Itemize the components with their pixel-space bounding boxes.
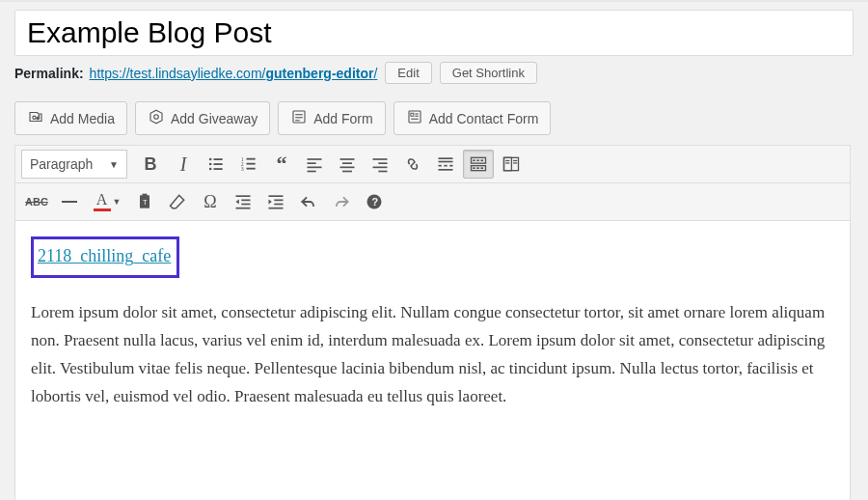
- italic-button[interactable]: I: [168, 150, 199, 179]
- inserted-link[interactable]: 2118_chilling_cafe: [38, 246, 171, 265]
- insert-link-button[interactable]: [397, 150, 428, 179]
- read-more-button[interactable]: [430, 150, 461, 179]
- italic-icon: I: [180, 153, 187, 176]
- svg-rect-46: [473, 167, 475, 169]
- edit-permalink-button[interactable]: Edit: [385, 62, 431, 84]
- svg-rect-58: [236, 195, 251, 197]
- redo-button[interactable]: [326, 187, 357, 216]
- fullscreen-icon: [502, 154, 521, 174]
- blockquote-button[interactable]: “: [266, 150, 297, 179]
- quote-icon: “: [277, 152, 287, 177]
- add-giveaway-label: Add Giveaway: [171, 111, 258, 126]
- svg-text:3: 3: [241, 166, 244, 172]
- svg-rect-65: [269, 208, 284, 209]
- svg-rect-59: [241, 200, 250, 202]
- align-right-icon: [370, 154, 390, 174]
- svg-rect-25: [308, 167, 322, 169]
- bold-button[interactable]: B: [135, 150, 166, 179]
- format-select-value: Paragraph: [30, 156, 93, 172]
- undo-button[interactable]: [293, 187, 324, 216]
- svg-rect-50: [504, 157, 512, 170]
- svg-rect-34: [378, 171, 387, 173]
- get-shortlink-button[interactable]: Get Shortlink: [440, 62, 537, 84]
- gift-icon: [148, 108, 165, 128]
- svg-rect-54: [513, 162, 517, 163]
- paste-text-button[interactable]: T: [129, 187, 160, 216]
- bullet-list-button[interactable]: [201, 150, 231, 179]
- camera-music-icon: [27, 108, 44, 128]
- post-title-wrap: [14, 10, 854, 56]
- permalink-link[interactable]: https://test.lindsayliedke.com/gutenberg…: [90, 66, 378, 81]
- svg-rect-62: [269, 195, 284, 197]
- permalink-url-suffix: /: [373, 66, 377, 81]
- svg-rect-30: [342, 171, 352, 173]
- svg-rect-38: [444, 165, 447, 167]
- svg-rect-22: [247, 168, 256, 170]
- special-character-button[interactable]: Ω: [195, 187, 226, 216]
- media-button-row: Add Media Add Giveaway Add Form Add Cont…: [14, 101, 854, 135]
- clear-formatting-button[interactable]: [162, 187, 193, 216]
- editor-toolbar-row-2: ABC A ▼ T Ω: [15, 183, 850, 221]
- svg-rect-51: [505, 160, 509, 161]
- add-form-label: Add Form: [313, 111, 372, 126]
- align-center-button[interactable]: [332, 150, 363, 179]
- numbered-list-icon: 123: [239, 154, 258, 174]
- read-more-icon: [436, 154, 455, 174]
- svg-point-0: [33, 116, 36, 119]
- numbered-list-button[interactable]: 123: [233, 150, 264, 179]
- svg-point-12: [209, 163, 212, 166]
- svg-rect-53: [513, 160, 517, 161]
- horizontal-rule-button[interactable]: [54, 187, 85, 216]
- svg-rect-35: [439, 157, 453, 159]
- align-right-button[interactable]: [365, 150, 395, 179]
- svg-rect-56: [143, 194, 148, 197]
- add-media-button[interactable]: Add Media: [14, 101, 127, 135]
- outdent-button[interactable]: [228, 187, 258, 216]
- post-title-input[interactable]: [27, 14, 841, 51]
- svg-rect-24: [308, 162, 316, 164]
- svg-rect-43: [476, 159, 479, 161]
- format-select[interactable]: Paragraph ▼: [21, 150, 127, 179]
- toolbar-toggle-icon: [469, 154, 488, 174]
- outdent-icon: [233, 192, 253, 211]
- svg-rect-28: [342, 162, 352, 164]
- svg-rect-31: [373, 158, 388, 160]
- editor-content[interactable]: 2118_chilling_cafe Lorem ipsum dolor sit…: [15, 221, 850, 500]
- eraser-icon: [168, 192, 187, 211]
- indent-icon: [266, 192, 285, 211]
- hr-icon: [62, 201, 77, 203]
- svg-text:T: T: [143, 198, 148, 207]
- svg-rect-39: [449, 165, 452, 167]
- svg-rect-29: [340, 167, 355, 169]
- svg-point-1: [154, 115, 159, 120]
- add-contact-form-button[interactable]: Add Contact Form: [393, 101, 552, 135]
- svg-rect-44: [481, 159, 484, 161]
- text-color-button[interactable]: A ▼: [87, 187, 127, 216]
- help-button[interactable]: ?: [359, 187, 390, 216]
- toolbar-toggle-button[interactable]: [463, 150, 494, 179]
- svg-rect-36: [439, 161, 453, 163]
- svg-rect-32: [378, 162, 387, 164]
- svg-rect-40: [439, 169, 453, 171]
- align-left-button[interactable]: [299, 150, 330, 179]
- add-giveaway-button[interactable]: Add Giveaway: [135, 101, 270, 135]
- strikethrough-button[interactable]: ABC: [21, 187, 52, 216]
- bullet-list-icon: [206, 154, 226, 174]
- chevron-down-icon: ▼: [113, 197, 122, 207]
- clipboard-icon: T: [135, 192, 154, 211]
- undo-icon: [299, 192, 318, 211]
- svg-rect-16: [214, 168, 223, 170]
- svg-rect-33: [373, 167, 388, 169]
- permalink-row: Permalink: https://test.lindsayliedke.co…: [14, 62, 854, 84]
- help-icon: ?: [365, 192, 384, 211]
- svg-rect-14: [214, 158, 223, 160]
- form-icon: [290, 108, 308, 128]
- svg-rect-20: [247, 158, 256, 160]
- svg-rect-60: [241, 204, 250, 206]
- indent-button[interactable]: [260, 187, 291, 216]
- distraction-free-button[interactable]: [496, 150, 527, 179]
- add-form-button[interactable]: Add Form: [278, 101, 385, 135]
- svg-rect-26: [308, 171, 316, 173]
- align-center-icon: [338, 154, 357, 174]
- svg-rect-47: [476, 167, 479, 169]
